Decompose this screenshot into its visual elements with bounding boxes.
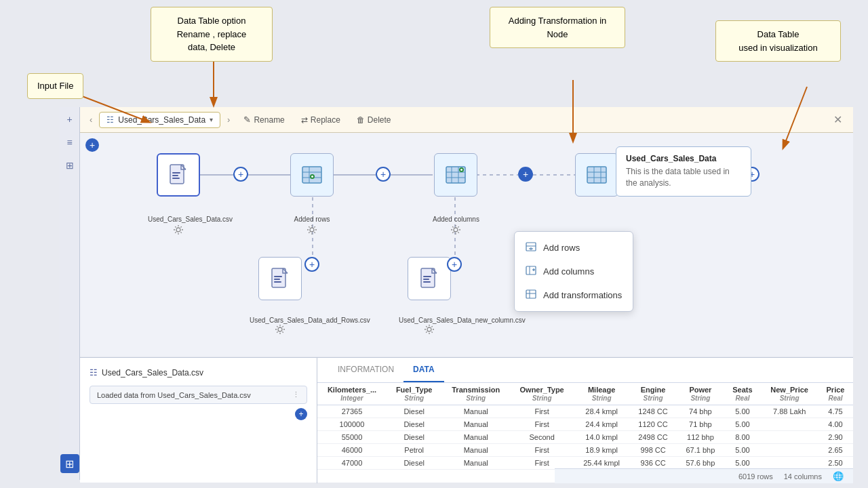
tab-information[interactable]: INFORMATION [328,358,403,382]
node-added-rows-box[interactable] [290,153,334,197]
cell-4-8 [761,457,818,470]
svg-rect-41 [274,279,280,280]
sidebar-list-icon[interactable]: ≡ [63,136,77,149]
node-data-table-final [575,153,618,202]
svg-rect-36 [526,290,536,298]
arrow-data-table-viz [780,87,834,155]
node-added-columns-box[interactable] [434,153,477,197]
node-csv-add-rows-gear[interactable] [275,324,285,338]
node-csv-add-rows-box[interactable] [258,257,302,300]
plus-btn-vert-2[interactable]: + [447,257,462,272]
cell-2-4: 14.0 kmpl [574,431,629,444]
cell-0-5: 1248 CC [629,405,677,418]
col-seats: SeatsReal [724,383,762,405]
cell-0-9: 4.75 [818,405,853,418]
plus-btn-2[interactable]: + [376,167,391,182]
top-bar: ‹ ☷ Used_Cars_Sales_Data ▾ › ✎ Rename ⇄ … [80,107,853,133]
plus-btn-active[interactable]: + [518,167,533,182]
node-csv-new-col-gear[interactable] [424,324,435,338]
context-menu-add-transformations[interactable]: Add transformations [515,283,633,307]
sidebar-grid-icon[interactable]: ⊞ [63,159,77,172]
added-rows-icon [301,164,323,186]
cell-0-2: Manual [441,405,510,418]
cell-3-4: 18.9 kmpl [574,444,629,457]
add-file-button[interactable]: + [295,408,307,420]
canvas-add-button[interactable]: + [85,138,99,152]
csv-file-icon [169,164,188,186]
node-csv-input: Used_Cars_Sales_Data.csv [148,153,209,223]
arrow-data-table-options [210,61,217,112]
callout-input-file: Input File [27,73,83,99]
cell-1-4: 24.4 kmpl [574,418,629,431]
nav-forward[interactable]: › [223,113,234,126]
svg-rect-45 [423,279,429,280]
file-tab-chevron[interactable]: ▾ [210,116,213,123]
context-menu-add-rows[interactable]: Add rows [515,236,633,260]
svg-rect-23 [587,167,606,183]
cell-2-9: 2.90 [818,431,853,444]
sidebar-bottom-icon[interactable]: ⊞ [60,454,79,473]
add-transformations-icon [526,289,536,302]
cell-4-4: 25.44 kmpl [574,457,629,470]
callout-data-table-options-text: Data Table optionRename , replacedata, D… [177,16,247,52]
cell-3-7: 5.00 [724,444,762,457]
context-menu-add-columns[interactable]: Add columns [515,260,633,283]
file-status-item[interactable]: Loaded data from Used_Cars_Sales_Data.cs… [90,386,307,404]
globe-icon: 🌐 [833,471,844,481]
col-mileage: MileageString [574,383,629,405]
table-row: 100000DieselManualFirst24.4 kmpl1120 CC7… [317,418,853,431]
svg-rect-39 [272,268,285,287]
panel-tabs: INFORMATION DATA [317,358,853,383]
node-csv-new-column-box[interactable] [408,257,451,300]
node-added-rows-label: Added rows [294,216,330,223]
cell-3-8 [761,444,818,457]
callout-data-table-viz: Data Tableused in visualization [715,20,841,62]
bottom-panel: ☷ Used_Cars_Sales_Data.csv Loaded data f… [80,357,853,483]
node-added-rows-gear[interactable] [307,224,317,238]
svg-rect-6 [172,175,178,176]
tab-data[interactable]: DATA [403,358,444,382]
replace-action[interactable]: ⇄ Replace [294,113,347,127]
col-fuel-type: Fuel_TypeString [387,383,441,405]
cell-0-8: 7.88 Lakh [761,405,818,418]
delete-action[interactable]: 🗑 Delete [350,113,398,127]
col-transmission: TransmissionString [441,383,510,405]
data-table: Kilometers_...Integer Fuel_TypeString Tr… [317,383,853,470]
add-rows-icon [526,241,536,254]
cell-4-1: Diesel [387,457,441,470]
context-menu: Add rows Add columns Add transformations [514,231,633,312]
cell-2-6: 112 bhp [677,431,724,444]
cell-2-2: Manual [441,431,510,444]
node-added-cols-gear[interactable] [450,224,461,238]
plus-btn-vert-1[interactable]: + [304,257,319,272]
node-csv-gear[interactable] [173,224,184,238]
tooltip-title: Used_Cars_Sales_Data [626,154,741,163]
connector-dashed-2 [533,174,575,176]
file-status-text: Loaded data from Used_Cars_Sales_Data.cs… [97,391,251,399]
svg-rect-46 [423,281,431,283]
bottom-left-title: ☷ Used_Cars_Sales_Data.csv [90,367,307,378]
svg-rect-32 [526,266,536,274]
cell-0-6: 74 bhp [677,405,724,418]
callout-adding-transformation-text: Adding Transformation in Node [509,16,607,39]
callout-data-table-viz-text: Data Tableused in visualization [738,29,817,53]
cell-2-0: 55000 [317,431,387,444]
cell-3-2: Manual [441,444,510,457]
node-csv-input-box[interactable] [157,153,200,197]
tooltip-desc: This is the data table used in the analy… [626,166,741,189]
table-row: 27365DieselManualFirst28.4 kmpl1248 CC74… [317,405,853,418]
plus-btn-1[interactable]: + [233,167,248,182]
cell-0-3: First [510,405,574,418]
rename-action[interactable]: ✎ Rename [237,112,291,127]
node-added-rows: Added rows [290,153,334,223]
cell-0-0: 27365 [317,405,387,418]
cell-4-2: Manual [441,457,510,470]
svg-rect-4 [170,165,184,184]
cell-1-2: Manual [441,418,510,431]
footer-bar: 6019 rows 14 columns 🌐 [555,468,853,483]
delete-icon: 🗑 [357,115,365,125]
file-status-menu[interactable]: ⋮ [292,390,300,399]
node-csv-input-label: Used_Cars_Sales_Data.csv [148,216,209,223]
node-data-table-final-box[interactable] [575,153,618,197]
col-engine: EngineString [629,383,677,405]
